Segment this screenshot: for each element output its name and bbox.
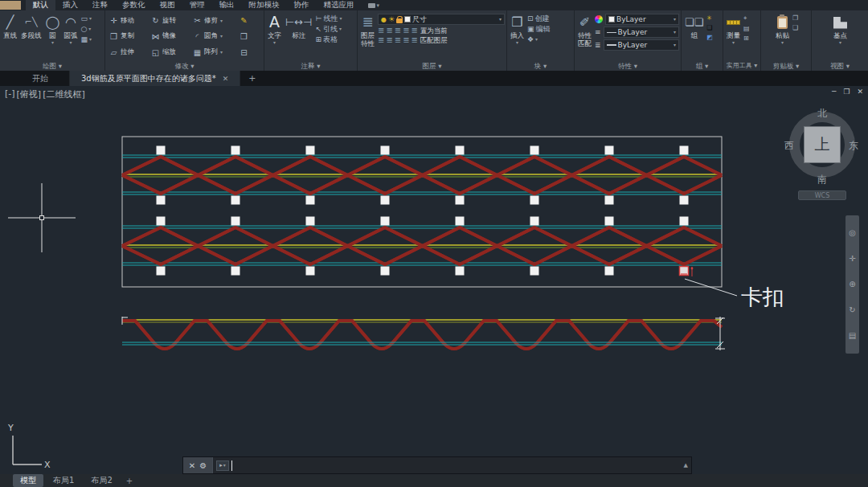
command-history-icon[interactable]: ▲ [684,457,691,473]
viewcube-south[interactable]: 南 [817,173,827,186]
viewcube-ucs-dropdown[interactable]: WCS [798,190,846,200]
drawing-geometry: 卡扣 Y X [0,0,868,487]
plan-view-outline[interactable] [122,137,722,287]
text-cursor [231,460,232,471]
zoom-icon[interactable]: ⊕ [849,280,855,289]
drawing-window-controls: ─ ❐ ✕ [832,88,863,96]
command-line-palette[interactable]: ✕ ⚙ ▸▾ ▲ [182,456,692,474]
command-input[interactable]: ▸▾ [212,457,684,473]
selected-clip-block[interactable] [680,267,694,277]
customize-icon[interactable]: ⚙ [199,461,207,470]
pan-icon[interactable]: ✛ [849,255,855,263]
viewport-view-control[interactable]: [俯视] [17,88,42,100]
crosshair-cursor [8,183,76,252]
ucs-x-label: X [44,460,51,470]
center-chords[interactable] [122,174,722,248]
viewport-controls: [-] [俯视] [二维线框] [5,88,85,100]
autocad-window: 默认 插入 注释 参数化 视图 管理 输出 附加模块 协作 精选应用 ▾ ╱ 直… [0,0,868,487]
viewcube-east[interactable]: 东 [849,139,858,153]
viewport-visual-style-control[interactable]: [二维线框] [43,88,85,100]
steering-wheel-icon[interactable]: ◎ [849,229,856,237]
elevation-view[interactable] [122,317,722,349]
close-icon[interactable]: ✕ [189,461,195,470]
ucs-icon[interactable]: Y X [7,423,51,470]
viewport-menu-control[interactable]: [-] [5,88,15,100]
close-icon[interactable]: ✕ [857,88,863,96]
viewcube-top-face[interactable]: 上 [804,126,841,163]
show-motion-icon[interactable]: ▤ [849,332,856,340]
navigation-bar[interactable]: ◎ ✛ ⊕ ↻ ▤ [845,215,859,354]
ucs-y-label: Y [7,423,14,433]
restore-icon[interactable]: ❐ [843,88,850,96]
spacer-blocks[interactable] [157,146,689,276]
orbit-icon[interactable]: ↻ [849,306,855,314]
minimize-icon[interactable]: ─ [832,88,836,96]
viewcube-west[interactable]: 西 [784,139,794,153]
recent-commands-icon[interactable]: ▸▾ [216,460,229,471]
command-line-grip[interactable]: ✕ ⚙ [183,457,212,473]
viewcube-north[interactable]: 北 [817,107,827,121]
clip-annotation-text[interactable]: 卡扣 [741,284,784,309]
